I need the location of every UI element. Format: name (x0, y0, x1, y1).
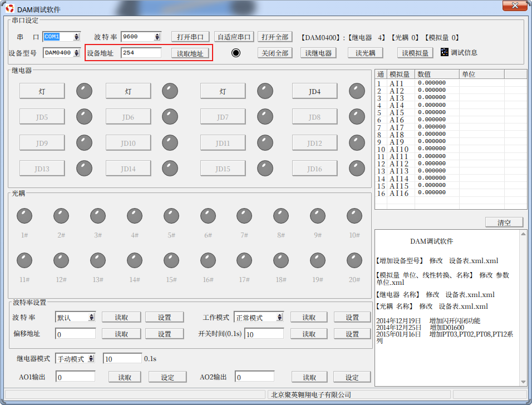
debug-info-icon[interactable] (441, 48, 449, 56)
relay-mode-combo[interactable]: 手动模式 (55, 353, 96, 364)
table-cell (505, 87, 527, 94)
read-analog-button[interactable]: 读模拟量 (397, 47, 433, 58)
table-cell (460, 124, 505, 131)
open-all-button[interactable]: 打开全部 (258, 31, 292, 42)
input-value: 0 (237, 372, 241, 381)
table-header-cell[interactable] (505, 70, 527, 78)
scrollbar-down-icon[interactable] (520, 378, 527, 386)
ao1-output-label: AO1输出 (19, 373, 45, 381)
button-label: 读继电器 (305, 48, 332, 57)
offset-set-button[interactable]: 设置 (145, 328, 184, 339)
dropdown-arrow-icon[interactable] (73, 33, 80, 41)
table-cell (375, 204, 387, 209)
app-icon[interactable] (6, 4, 14, 13)
baud-set-button[interactable]: 设置 (145, 312, 184, 322)
dropdown-arrow-icon[interactable] (88, 313, 95, 321)
button-label: JD10 (121, 138, 135, 147)
log-scrollbar[interactable] (519, 230, 527, 386)
relay-button-15[interactable]: JD15 (200, 160, 245, 176)
dropdown-arrow-icon[interactable] (154, 33, 160, 41)
close-all-button[interactable]: 关闭全部 (258, 47, 292, 58)
adaptive-serial-button[interactable]: 自适应串口 (214, 31, 254, 42)
relay-led-4 (349, 83, 365, 99)
log-line: 【光耦 名称】 修改 设备表.xml.xml (375, 302, 488, 309)
button-label: 自适应串口 (217, 32, 250, 41)
offset-read-button[interactable]: 读取 (102, 328, 141, 339)
switch-time-label: 开关时间(0.1s) (198, 329, 242, 337)
table-header-cell[interactable]: 模拟量 (387, 70, 415, 78)
header-label: 通 (377, 71, 384, 77)
work-mode-read-button[interactable]: 读取 (290, 312, 327, 322)
table-cell: 0.000000 (415, 124, 460, 131)
relay-button-7[interactable]: JD7 (200, 108, 245, 124)
table-row[interactable]: 16AI160.000000 (375, 189, 527, 196)
ao2-read-button[interactable]: 读取 (292, 371, 327, 382)
ao1-read-button[interactable]: 读取 (109, 371, 141, 382)
cell-value: 0.000000 (418, 116, 446, 123)
device-address-input[interactable]: 254 (121, 47, 162, 58)
dropdown-arrow-icon[interactable] (276, 313, 283, 321)
clear-button[interactable]: 清空 (485, 217, 523, 227)
button-label: 设置 (157, 329, 171, 338)
table-header-cell[interactable]: 通 (375, 70, 387, 78)
relay-button-13[interactable]: JD13 (19, 160, 65, 176)
status-indicator-icon (231, 48, 241, 58)
table-cell (460, 197, 505, 204)
read-address-button[interactable]: 读取地址 (171, 48, 209, 58)
baud-rate-combo[interactable]: 9600 (121, 31, 162, 42)
baud-read-button[interactable]: 读取 (102, 312, 141, 322)
ao2-set-button[interactable]: 设定 (333, 371, 371, 382)
relay-button-10[interactable]: JD10 (106, 135, 151, 150)
relay-button-16[interactable]: JD16 (292, 160, 337, 176)
read-relay-button[interactable]: 读继电器 (301, 47, 336, 58)
read-opto-button[interactable]: 读光耦 (348, 47, 383, 58)
open-serial-button[interactable]: 打开串口 (171, 31, 209, 42)
relay-led-1 (76, 83, 92, 99)
baud-set-combo[interactable]: 默认 (55, 311, 96, 323)
relay-button-11[interactable]: JD11 (200, 135, 245, 150)
opto-label-1: 1# (6, 230, 43, 239)
relay-led-9 (76, 135, 92, 151)
relay-button-5[interactable]: JD5 (19, 108, 65, 124)
table-cell (460, 101, 505, 108)
relay-button-6[interactable]: JD6 (106, 108, 151, 124)
button-label: JD6 (122, 112, 134, 121)
relay-button-3[interactable]: 灯 (200, 83, 245, 98)
serial-port-combo[interactable]: COM1 (42, 31, 81, 42)
close-button[interactable] (503, 1, 528, 11)
switch-time-read-button[interactable]: 读取 (290, 328, 327, 339)
input-value: 10 (105, 354, 112, 363)
relay-button-2[interactable]: 灯 (106, 83, 151, 98)
work-mode-set-button[interactable]: 设置 (334, 312, 371, 322)
log-textarea[interactable]: DAM调试软件 【增加设备型号】 修改 设备表.xml.xml 【模拟量 单位、… (375, 229, 528, 387)
table-header-cell[interactable]: 数值 (415, 70, 460, 78)
table-cell (460, 131, 505, 138)
table-cell (460, 175, 505, 182)
offset-address-input[interactable]: 0 (55, 328, 96, 339)
scrollbar-up-icon[interactable] (520, 230, 527, 238)
cell-value: AI16 (390, 189, 410, 196)
opto-led-8 (273, 208, 289, 224)
table-cell (415, 197, 460, 204)
dropdown-arrow-icon[interactable] (73, 49, 80, 57)
switch-time-input[interactable]: 10 (244, 328, 284, 339)
ao1-output-input[interactable]: 0 (56, 371, 96, 382)
dropdown-arrow-icon[interactable] (87, 354, 94, 362)
relay-button-4[interactable]: JD4 (292, 83, 337, 98)
ao2-output-input[interactable]: 0 (235, 371, 275, 382)
table-header-cell[interactable]: 单位 (460, 70, 505, 78)
relay-button-8[interactable]: JD8 (292, 108, 337, 124)
relay-mode-time-input[interactable]: 10 (103, 353, 142, 364)
switch-time-set-button[interactable]: 设置 (334, 328, 371, 339)
opto-led-1 (17, 208, 32, 224)
relay-button-9[interactable]: JD9 (19, 135, 65, 150)
ao1-set-button[interactable]: 设定 (149, 371, 186, 382)
company-label: 北京聚英翱翔电子有限公司 (271, 391, 351, 398)
aero-glass-reflection (116, 1, 265, 16)
work-mode-combo[interactable]: 正常模式 (234, 311, 284, 323)
status-panel-right (453, 390, 527, 399)
device-model-combo[interactable]: DAM0400 (43, 47, 81, 58)
relay-button-12[interactable]: JD12 (292, 135, 337, 150)
relay-button-14[interactable]: JD14 (106, 160, 151, 176)
relay-button-1[interactable]: 灯 (19, 83, 65, 98)
